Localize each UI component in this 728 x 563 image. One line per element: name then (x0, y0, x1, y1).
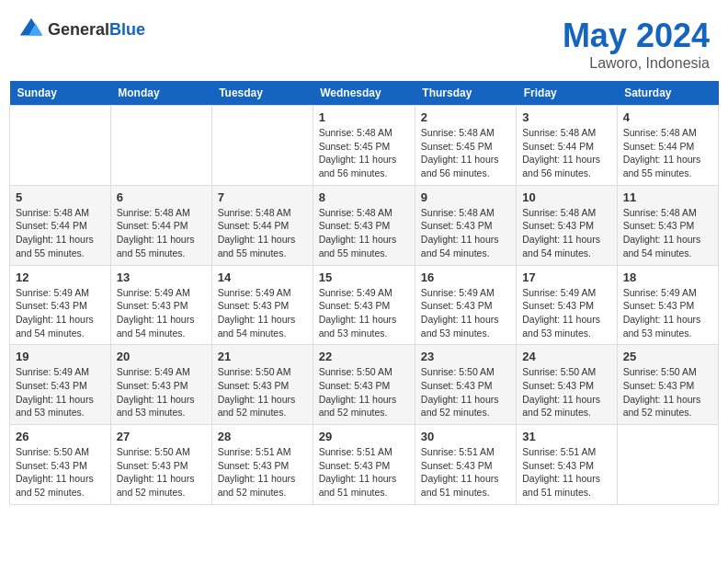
cell-info: Sunrise: 5:50 AM Sunset: 5:43 PM Dayligh… (421, 365, 510, 419)
table-row: 26Sunrise: 5:50 AM Sunset: 5:43 PM Dayli… (10, 425, 111, 505)
table-row: 8Sunrise: 5:48 AM Sunset: 5:43 PM Daylig… (313, 185, 415, 265)
location-title: Laworo, Indonesia (563, 55, 710, 72)
cell-info: Sunrise: 5:48 AM Sunset: 5:44 PM Dayligh… (522, 126, 610, 180)
calendar-week-row: 12Sunrise: 5:49 AM Sunset: 5:43 PM Dayli… (10, 265, 719, 345)
cell-date: 18 (623, 270, 712, 284)
table-row: 7Sunrise: 5:48 AM Sunset: 5:44 PM Daylig… (211, 185, 313, 265)
cell-info: Sunrise: 5:49 AM Sunset: 5:43 PM Dayligh… (16, 365, 105, 419)
header-thursday: Thursday (415, 81, 516, 106)
cell-date: 26 (16, 430, 105, 443)
table-row: 4Sunrise: 5:48 AM Sunset: 5:44 PM Daylig… (617, 106, 718, 186)
cell-date: 21 (218, 350, 307, 363)
cell-info: Sunrise: 5:48 AM Sunset: 5:43 PM Dayligh… (623, 206, 712, 260)
table-row: 29Sunrise: 5:51 AM Sunset: 5:43 PM Dayli… (313, 425, 415, 505)
table-row: 16Sunrise: 5:49 AM Sunset: 5:43 PM Dayli… (415, 265, 516, 345)
cell-info: Sunrise: 5:48 AM Sunset: 5:44 PM Dayligh… (16, 206, 105, 260)
cell-date: 22 (319, 350, 409, 363)
cell-info: Sunrise: 5:48 AM Sunset: 5:44 PM Dayligh… (117, 206, 206, 260)
cell-info: Sunrise: 5:49 AM Sunset: 5:43 PM Dayligh… (522, 286, 610, 340)
table-row: 31Sunrise: 5:51 AM Sunset: 5:43 PM Dayli… (517, 425, 617, 505)
table-row: 10Sunrise: 5:48 AM Sunset: 5:43 PM Dayli… (517, 185, 617, 265)
cell-info: Sunrise: 5:49 AM Sunset: 5:43 PM Dayligh… (218, 286, 307, 340)
cell-date: 15 (319, 270, 409, 284)
table-row: 18Sunrise: 5:49 AM Sunset: 5:43 PM Dayli… (617, 265, 718, 345)
table-row: 11Sunrise: 5:48 AM Sunset: 5:43 PM Dayli… (617, 185, 718, 265)
table-row: 3Sunrise: 5:48 AM Sunset: 5:44 PM Daylig… (517, 106, 617, 186)
table-row (10, 106, 111, 186)
cell-date: 20 (117, 350, 206, 363)
logo-blue-text: Blue (109, 20, 145, 39)
table-row: 1Sunrise: 5:48 AM Sunset: 5:45 PM Daylig… (313, 106, 415, 186)
cell-date: 7 (218, 190, 307, 204)
cell-info: Sunrise: 5:48 AM Sunset: 5:43 PM Dayligh… (319, 206, 409, 260)
cell-date: 27 (117, 430, 206, 443)
cell-info: Sunrise: 5:50 AM Sunset: 5:43 PM Dayligh… (117, 445, 206, 500)
cell-date: 30 (421, 430, 510, 443)
table-row: 24Sunrise: 5:50 AM Sunset: 5:43 PM Dayli… (517, 345, 617, 425)
cell-date: 31 (522, 430, 610, 443)
table-row: 12Sunrise: 5:49 AM Sunset: 5:43 PM Dayli… (10, 265, 111, 345)
cell-info: Sunrise: 5:51 AM Sunset: 5:43 PM Dayligh… (421, 445, 510, 500)
table-row: 20Sunrise: 5:49 AM Sunset: 5:43 PM Dayli… (110, 345, 211, 425)
month-title: May 2024 (563, 17, 710, 55)
table-row: 14Sunrise: 5:49 AM Sunset: 5:43 PM Dayli… (211, 265, 313, 345)
cell-info: Sunrise: 5:48 AM Sunset: 5:43 PM Dayligh… (421, 206, 510, 260)
header-friday: Friday (517, 81, 617, 106)
cell-date: 17 (522, 270, 610, 284)
cell-date: 2 (421, 110, 510, 124)
calendar-week-row: 5Sunrise: 5:48 AM Sunset: 5:44 PM Daylig… (10, 185, 719, 265)
table-row (110, 106, 211, 186)
table-row (617, 425, 718, 505)
cell-date: 13 (117, 270, 206, 284)
cell-date: 10 (522, 190, 610, 204)
table-row: 28Sunrise: 5:51 AM Sunset: 5:43 PM Dayli… (211, 425, 313, 505)
cell-info: Sunrise: 5:50 AM Sunset: 5:43 PM Dayligh… (522, 365, 610, 419)
table-row: 30Sunrise: 5:51 AM Sunset: 5:43 PM Dayli… (415, 425, 516, 505)
table-row: 25Sunrise: 5:50 AM Sunset: 5:43 PM Dayli… (617, 345, 718, 425)
table-row: 27Sunrise: 5:50 AM Sunset: 5:43 PM Dayli… (110, 425, 211, 505)
cell-date: 16 (421, 270, 510, 284)
logo: GeneralBlue (18, 17, 145, 42)
cell-date: 1 (319, 110, 409, 124)
header-saturday: Saturday (617, 81, 718, 106)
cell-date: 24 (522, 350, 610, 363)
cell-date: 19 (16, 350, 105, 363)
cell-info: Sunrise: 5:51 AM Sunset: 5:43 PM Dayligh… (522, 445, 610, 500)
cell-info: Sunrise: 5:48 AM Sunset: 5:45 PM Dayligh… (421, 126, 510, 180)
cell-info: Sunrise: 5:49 AM Sunset: 5:43 PM Dayligh… (117, 286, 206, 340)
cell-info: Sunrise: 5:50 AM Sunset: 5:43 PM Dayligh… (16, 445, 105, 500)
table-row: 19Sunrise: 5:49 AM Sunset: 5:43 PM Dayli… (10, 345, 111, 425)
header-tuesday: Tuesday (211, 81, 313, 106)
cell-info: Sunrise: 5:50 AM Sunset: 5:43 PM Dayligh… (623, 365, 712, 419)
cell-info: Sunrise: 5:48 AM Sunset: 5:44 PM Dayligh… (218, 206, 307, 260)
cell-info: Sunrise: 5:49 AM Sunset: 5:43 PM Dayligh… (319, 286, 409, 340)
table-row: 15Sunrise: 5:49 AM Sunset: 5:43 PM Dayli… (313, 265, 415, 345)
calendar-week-row: 19Sunrise: 5:49 AM Sunset: 5:43 PM Dayli… (10, 345, 719, 425)
cell-date: 8 (319, 190, 409, 204)
calendar-table: Sunday Monday Tuesday Wednesday Thursday… (9, 81, 719, 505)
table-row: 6Sunrise: 5:48 AM Sunset: 5:44 PM Daylig… (110, 185, 211, 265)
title-area: May 2024 Laworo, Indonesia (563, 17, 710, 72)
header-sunday: Sunday (10, 81, 111, 106)
cell-info: Sunrise: 5:48 AM Sunset: 5:43 PM Dayligh… (522, 206, 610, 260)
cell-info: Sunrise: 5:49 AM Sunset: 5:43 PM Dayligh… (117, 365, 206, 419)
cell-info: Sunrise: 5:49 AM Sunset: 5:43 PM Dayligh… (421, 286, 510, 340)
table-row (211, 106, 313, 186)
cell-info: Sunrise: 5:50 AM Sunset: 5:43 PM Dayligh… (319, 365, 409, 419)
cell-date: 4 (623, 110, 712, 124)
table-row: 5Sunrise: 5:48 AM Sunset: 5:44 PM Daylig… (10, 185, 111, 265)
table-row: 23Sunrise: 5:50 AM Sunset: 5:43 PM Dayli… (415, 345, 516, 425)
cell-date: 5 (16, 190, 105, 204)
calendar-body: 1Sunrise: 5:48 AM Sunset: 5:45 PM Daylig… (10, 106, 719, 505)
cell-info: Sunrise: 5:50 AM Sunset: 5:43 PM Dayligh… (218, 365, 307, 419)
table-row: 21Sunrise: 5:50 AM Sunset: 5:43 PM Dayli… (211, 345, 313, 425)
calendar-week-row: 26Sunrise: 5:50 AM Sunset: 5:43 PM Dayli… (10, 425, 719, 505)
cell-info: Sunrise: 5:51 AM Sunset: 5:43 PM Dayligh… (218, 445, 307, 500)
cell-date: 25 (623, 350, 712, 363)
cell-date: 6 (117, 190, 206, 204)
header-monday: Monday (110, 81, 211, 106)
cell-date: 29 (319, 430, 409, 443)
header-wednesday: Wednesday (313, 81, 415, 106)
page-header: GeneralBlue May 2024 Laworo, Indonesia (9, 9, 719, 81)
cell-info: Sunrise: 5:49 AM Sunset: 5:43 PM Dayligh… (16, 286, 105, 340)
